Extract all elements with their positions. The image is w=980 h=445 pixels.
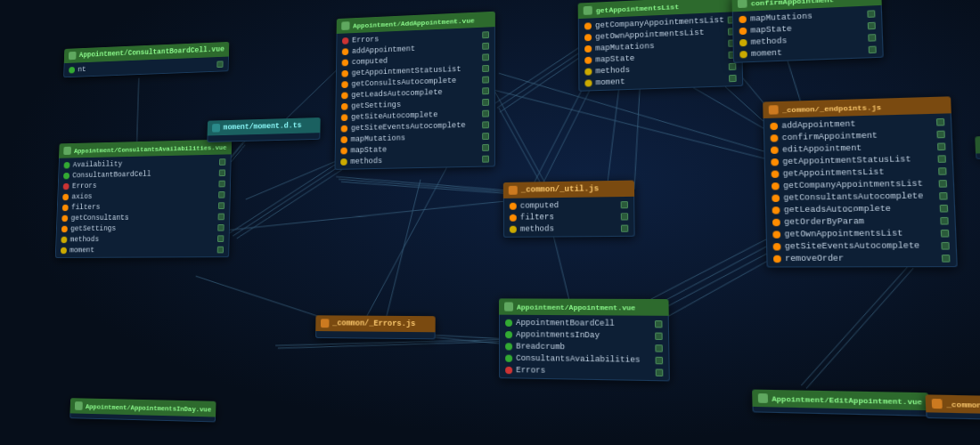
node-icon <box>738 0 747 8</box>
dot <box>772 194 780 201</box>
port <box>655 320 663 327</box>
dot <box>505 366 512 373</box>
port <box>942 254 951 262</box>
port <box>219 169 225 176</box>
dot <box>773 255 781 262</box>
node-body-errors <box>315 331 436 339</box>
node-body-appointment: AppointmentBoardCell AppointmentsInDay B… <box>499 315 670 382</box>
dot <box>340 158 347 166</box>
dot <box>584 22 592 29</box>
node-body-add: Errors addAppointment computed getAppoin… <box>335 27 495 170</box>
port <box>868 21 876 29</box>
dot <box>739 38 747 45</box>
node-icon <box>212 124 220 133</box>
port <box>656 356 664 364</box>
svg-line-38 <box>341 179 522 198</box>
dot <box>772 218 780 225</box>
port <box>868 34 876 42</box>
node-header-partial: Ad <box>975 135 980 153</box>
dot <box>770 122 778 129</box>
node-row: removeOrder <box>767 252 956 265</box>
node-body-partial <box>976 153 980 159</box>
dot <box>510 225 517 232</box>
dot <box>771 158 779 165</box>
port <box>219 158 225 166</box>
dot <box>584 79 592 86</box>
node-icon <box>63 147 71 155</box>
port <box>941 241 950 249</box>
dot <box>772 231 780 238</box>
dot <box>739 15 747 22</box>
dot <box>505 343 512 350</box>
dot <box>584 34 592 41</box>
dot <box>61 247 67 253</box>
port <box>656 368 664 376</box>
node-icon <box>758 393 768 403</box>
dot <box>584 56 592 63</box>
port <box>729 74 737 81</box>
port <box>939 179 948 187</box>
node-addAppointment: Appointment/AddAppointment.vue Errors ad… <box>335 12 495 170</box>
port <box>218 202 225 209</box>
node-icon <box>932 399 943 409</box>
node-body-confirm: mapMutations mapState methods moment <box>732 5 884 63</box>
port <box>218 191 225 198</box>
node-icon <box>75 401 83 410</box>
node-appointmentsInDay: Appointment/AppointmentsInDay.vue <box>69 398 216 422</box>
node-editAppointment: Appointment/EditAppointment.vue <box>752 390 929 417</box>
port <box>621 224 628 231</box>
svg-line-20 <box>529 79 588 191</box>
dot <box>739 51 747 58</box>
node-icon <box>504 302 513 311</box>
node-row: Errors <box>500 364 669 379</box>
port <box>937 142 946 150</box>
node-moment: moment/moment.d.ts <box>207 117 320 142</box>
node-row: methods <box>335 153 494 167</box>
port <box>482 133 489 140</box>
node-row: moment <box>56 244 229 255</box>
dot <box>342 59 349 66</box>
node-icon <box>584 6 592 15</box>
port <box>729 62 737 69</box>
dot <box>61 214 68 221</box>
dot <box>771 146 779 153</box>
port <box>482 76 489 83</box>
node-row: filters <box>504 210 634 223</box>
dot <box>342 48 349 55</box>
port <box>938 167 947 175</box>
port-icon <box>216 61 223 68</box>
port <box>940 204 949 212</box>
node-row: methods <box>56 232 228 245</box>
svg-line-4 <box>499 107 543 189</box>
node-appointment: Appointment/Appointment.vue AppointmentB… <box>499 298 670 381</box>
port <box>940 216 949 224</box>
svg-line-37 <box>339 176 519 196</box>
port <box>482 155 489 162</box>
port <box>937 155 946 163</box>
port <box>655 344 663 352</box>
node-consultantBoardCell: Appointment/ConsultantBoardCell.vue nt <box>63 42 229 77</box>
dot <box>584 44 592 52</box>
dot <box>505 354 512 361</box>
port <box>217 235 224 242</box>
dot <box>510 202 517 209</box>
node-getAppointmentsList: getAppointmentsList getCompanyAppointmen… <box>578 0 744 92</box>
dot <box>63 172 69 178</box>
node-icon <box>341 21 349 30</box>
port <box>939 191 948 199</box>
svg-line-13 <box>494 89 548 189</box>
node-commonUtil: _common/_util.js computed filters method… <box>503 181 635 238</box>
dot <box>772 182 780 190</box>
node-icon <box>509 186 518 195</box>
node-header-util: _common/_util.js <box>503 181 634 198</box>
node-commonErrors: _common/_Errors.js <box>315 315 436 339</box>
dot <box>341 125 348 132</box>
dot <box>772 206 780 214</box>
node-body-getList: getCompanyAppointmentsList getOwnAppoint… <box>578 12 744 92</box>
dot <box>341 114 348 121</box>
dot <box>63 182 69 189</box>
dot <box>64 162 70 168</box>
node-header-map: _common/_Ma... <box>926 394 980 414</box>
dot <box>61 225 68 231</box>
node-commonEndpoints: _common/_endpoints.js addAppointment con… <box>763 96 958 267</box>
